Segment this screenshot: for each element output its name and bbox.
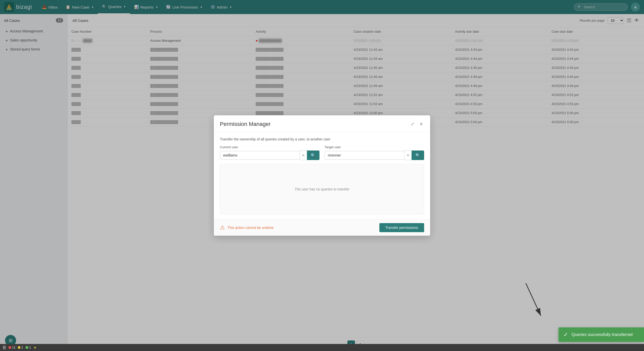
target-user-field-group: Target user ✕ 🔍 xyxy=(325,145,424,160)
modal-expand-button[interactable]: ⤢ xyxy=(410,120,415,128)
status-red-dot xyxy=(9,346,11,349)
success-toast: ✓ Queries successfully transferred xyxy=(558,327,644,342)
modal-footer: ⚠ This action cannot be undone Transfer … xyxy=(214,219,430,236)
expand-icon: ⤢ xyxy=(411,121,414,127)
warning-triangle-icon: ⚠ xyxy=(220,224,225,231)
target-user-search-button[interactable]: 🔍 xyxy=(412,151,424,160)
warning-text: This action cannot be undone xyxy=(227,226,274,230)
current-user-label: Current user xyxy=(220,145,319,149)
status-green-count: 1 xyxy=(29,346,31,349)
current-user-search-button[interactable]: 🔍 xyxy=(307,151,319,160)
current-user-field-group: Current user ✕ 🔍 xyxy=(220,145,319,160)
modal-empty-list: The user has no queries to transfer xyxy=(220,164,424,214)
current-user-input-row: ✕ 🔍 xyxy=(220,151,319,160)
modal-body: Transfer the ownership of all queries cr… xyxy=(214,132,430,219)
status-red-count: 11 xyxy=(12,346,15,349)
permission-manager-modal: Permission Manager ⤢ ✕ Transfer the owne… xyxy=(214,115,430,236)
status-red-item: 11 xyxy=(9,346,15,349)
target-user-label: Target user xyxy=(325,145,424,149)
toast-check-icon: ✓ xyxy=(564,331,568,338)
star-icon: ★ xyxy=(33,345,37,349)
target-user-input[interactable] xyxy=(325,151,404,160)
target-user-input-row: ✕ 🔍 xyxy=(325,151,424,160)
modal-title: Permission Manager xyxy=(220,121,271,127)
user-fields: Current user ✕ 🔍 Target user ✕ xyxy=(220,145,424,160)
modal-header: Permission Manager ⤢ ✕ xyxy=(214,115,430,132)
search-icon-2: 🔍 xyxy=(311,153,316,158)
status-bar: ☰ 11 1 1 ★ xyxy=(0,344,644,351)
current-user-input[interactable] xyxy=(220,151,300,160)
modal-overlay[interactable]: Permission Manager ⤢ ✕ Transfer the owne… xyxy=(0,0,644,351)
close-icon: ✕ xyxy=(419,121,423,127)
current-user-clear-button[interactable]: ✕ xyxy=(300,151,307,160)
transfer-permissions-button[interactable]: Transfer permissions xyxy=(379,223,424,232)
warning-row: ⚠ This action cannot be undone xyxy=(220,224,274,231)
status-yellow-count: 1 xyxy=(21,346,23,349)
search-icon-3: 🔍 xyxy=(415,153,420,158)
toast-message: Queries successfully transferred xyxy=(572,332,633,337)
target-user-clear-button[interactable]: ✕ xyxy=(404,151,412,160)
status-green-dot xyxy=(26,346,28,349)
status-yellow-item: 1 xyxy=(18,346,23,349)
empty-list-message: The user has no queries to transfer xyxy=(295,187,349,191)
modal-header-icons: ⤢ ✕ xyxy=(410,120,424,128)
modal-description: Transfer the ownership of all queries cr… xyxy=(220,137,424,141)
status-green-item: 1 xyxy=(26,346,31,349)
hamburger-icon[interactable]: ☰ xyxy=(3,345,6,350)
modal-close-button[interactable]: ✕ xyxy=(418,120,424,128)
status-yellow-dot xyxy=(18,346,20,349)
